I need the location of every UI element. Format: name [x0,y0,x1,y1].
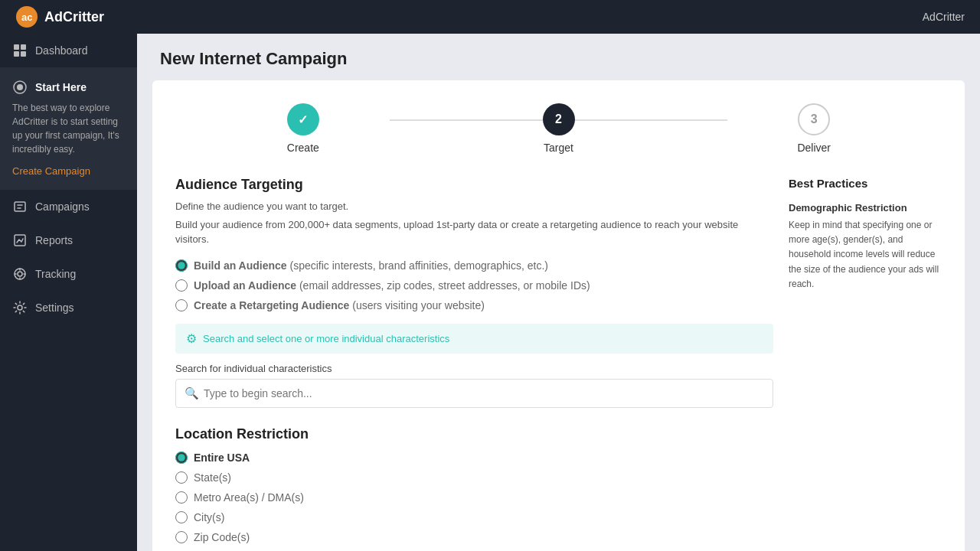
sidebar-label-reports: Reports [35,234,73,246]
logo-text: AdCritter [44,9,104,25]
radio-retargeting-label: Create a Retargeting Audience [194,299,349,311]
step-create: ✓ Create [175,103,431,154]
sidebar-label-settings: Settings [35,302,74,314]
radio-city-input[interactable] [175,511,188,523]
svg-rect-2 [14,44,19,50]
svg-rect-8 [15,202,25,211]
radio-retargeting-audience[interactable]: Create a Retargeting Audience (users vis… [175,299,773,311]
step-label-target: Target [544,142,573,154]
dashboard-icon [12,43,28,58]
step-circle-target: 2 [543,103,575,135]
radio-metro[interactable]: Metro Area(s) / DMA(s) [175,491,773,504]
step-label-create: Create [287,142,319,154]
sidebar-label-dashboard: Dashboard [35,44,88,57]
main-content: New Internet Campaign ✓ Create 2 Target … [137,34,980,551]
sidebar-item-settings[interactable]: Settings [0,291,137,324]
radio-metro-label: Metro Area(s) / DMA(s) [194,491,304,504]
svg-text:ac: ac [21,11,32,23]
bp-section-text-0: Keep in mind that specifying one or more… [789,218,942,292]
page-title: New Internet Campaign [160,49,957,69]
step-circle-create: ✓ [287,103,319,135]
radio-build-label: Build an Audience [194,259,287,272]
step-deliver: 3 Deliver [686,103,942,154]
start-here-icon [12,80,28,95]
stepper: ✓ Create 2 Target 3 Deliver [175,103,942,154]
sidebar-item-campaigns[interactable]: Campaigns [0,190,137,223]
bp-section-title-0: Demographic Restriction [789,202,942,214]
radio-upload-detail: (email addresses, zip codes, street addr… [299,279,590,292]
audience-targeting-desc1: Define the audience you want to target. [175,199,773,214]
radio-retargeting-input[interactable] [175,299,188,311]
start-here-desc: The best way to explore AdCritter is to … [12,101,125,156]
radio-zip[interactable]: Zip Code(s) [175,531,773,543]
search-hint-icon: ⚙ [186,331,197,346]
sidebar: Dashboard Start Here The best way to exp… [0,34,137,551]
form-row: Audience Targeting Define the audience y… [175,177,942,551]
content-card: ✓ Create 2 Target 3 Deliver Audience Tar… [152,80,965,551]
radio-retargeting-detail: (users visiting your website) [352,299,485,311]
radio-upload-label: Upload an Audience [194,279,296,292]
radio-entire-usa[interactable]: Entire USA [175,452,773,464]
sidebar-item-tracking[interactable]: Tracking [0,257,137,291]
audience-type-group: Build an Audience (specific interests, b… [175,259,773,311]
search-for-characteristics-label: Search for individual characteristics [175,363,773,374]
reports-icon [12,233,28,248]
sidebar-label-campaigns: Campaigns [35,201,90,213]
radio-metro-input[interactable] [175,491,188,504]
best-practices-title: Best Practices [789,177,942,190]
radio-city[interactable]: City(s) [175,511,773,523]
radio-upload-audience[interactable]: Upload an Audience (email addresses, zip… [175,279,773,292]
location-restriction-title: Location Restriction [175,426,773,442]
topbar: ac AdCritter AdCritter [0,0,980,34]
radio-zip-label: Zip Code(s) [194,531,250,543]
radio-city-label: City(s) [194,511,224,523]
radio-state-input[interactable] [175,471,188,484]
search-input-wrap: 🔍 [175,379,773,408]
search-input[interactable] [175,379,773,408]
page-header: New Internet Campaign [137,34,980,80]
radio-build-detail: (specific interests, brand affinities, d… [290,259,548,272]
sidebar-item-reports[interactable]: Reports [0,223,137,257]
radio-zip-input[interactable] [175,531,188,543]
sidebar-item-start-here[interactable]: Start Here The best way to explore AdCri… [0,67,137,190]
svg-rect-5 [21,51,26,57]
step-label-deliver: Deliver [797,142,831,154]
audience-targeting-title: Audience Targeting [175,177,773,193]
tracking-icon [12,266,28,282]
radio-state[interactable]: State(s) [175,471,773,484]
step-target: 2 Target [431,103,687,154]
sidebar-label-tracking: Tracking [35,268,76,280]
radio-build-input[interactable] [175,259,188,272]
sidebar-item-dashboard[interactable]: Dashboard [0,34,137,67]
settings-icon [12,300,28,315]
radio-state-label: State(s) [194,471,231,484]
svg-point-7 [17,84,23,90]
adcritter-logo-icon: ac [15,5,38,28]
best-practices-panel: Best Practices Demographic Restriction K… [773,177,942,551]
search-icon: 🔍 [185,386,199,400]
audience-targeting-desc2: Build your audience from 200,000+ data s… [175,217,773,247]
location-type-group: Entire USA State(s) Metro Area(s) / DMA(… [175,452,773,543]
radio-usa-input[interactable] [175,452,188,464]
svg-rect-3 [21,44,26,50]
main-form: Audience Targeting Define the audience y… [175,177,773,551]
topbar-user: AdCritter [923,11,965,23]
search-hint-banner[interactable]: ⚙ Search and select one or more individu… [175,324,773,354]
search-hint-text: Search and select one or more individual… [203,333,449,344]
logo: ac AdCritter [15,5,104,28]
radio-usa-label: Entire USA [194,452,250,464]
create-campaign-button[interactable]: Create Campaign [12,165,90,177]
svg-point-11 [18,272,22,276]
svg-rect-4 [14,51,19,57]
radio-upload-input[interactable] [175,279,188,292]
radio-build-audience[interactable]: Build an Audience (specific interests, b… [175,259,773,272]
campaigns-icon [12,199,28,214]
start-here-label: Start Here [35,81,87,93]
svg-point-12 [18,305,22,310]
step-circle-deliver: 3 [798,103,830,135]
